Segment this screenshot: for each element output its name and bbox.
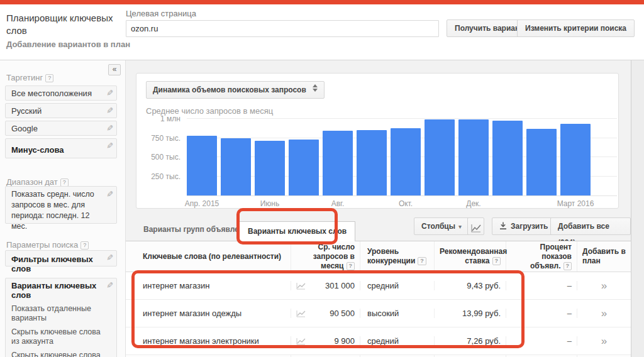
chart-type-dropdown[interactable]: Динамика объемов поисковых запросов <box>146 81 325 99</box>
link-hide-account-keywords[interactable]: Скрыть ключевые слова из аккаунта <box>11 327 103 346</box>
tab-keyword-ideas[interactable]: Варианты ключевых слов <box>239 221 355 241</box>
keyword-options-links: Показать отдаленные варианты Скрыть ключ… <box>11 304 103 357</box>
chart-bar[interactable] <box>289 140 319 195</box>
page-title: Планировщик ключевых слов <box>6 12 116 37</box>
chart-x-tick-label: Июнь <box>245 199 295 208</box>
updown-sort-icon <box>313 84 318 92</box>
col-header-searches[interactable]: Ср. число запросов в месяц? <box>291 241 360 272</box>
help-icon[interactable]: ? <box>564 262 572 270</box>
chart-y-axis: 250 тыс.500 тыс.750 тыс.1 млн <box>136 115 183 195</box>
keyword-cell: интернет магазин электроники <box>126 336 291 346</box>
sidebar-item-keyword-filters[interactable]: Фильтры ключевых слов ✎ <box>5 250 117 266</box>
edit-pencil-icon[interactable]: ✎ <box>105 282 114 288</box>
chart-bar[interactable] <box>526 129 557 195</box>
targeting-section-label: Таргетинг? <box>6 73 53 82</box>
edit-pencil-icon[interactable]: ✎ <box>105 254 114 261</box>
link-show-broad-ideas[interactable]: Показать отдаленные варианты <box>11 304 103 323</box>
keyword-table: Ключевые слова (по релевантности) Ср. чи… <box>126 241 631 357</box>
table-header-row: Ключевые слова (по релевантности) Ср. чи… <box>126 241 631 272</box>
chart-bar[interactable] <box>221 138 251 195</box>
add-to-plan-button[interactable]: » <box>601 336 607 346</box>
edit-pencil-icon[interactable]: ✎ <box>105 142 114 149</box>
edit-pencil-icon[interactable]: ✎ <box>105 89 114 96</box>
sidebar-item-date-range[interactable]: Показать средн. число запросов в мес. дл… <box>5 186 117 224</box>
chart-bar[interactable] <box>357 130 387 195</box>
chart-bar[interactable] <box>187 136 217 195</box>
avg-searches-value: 90 500 <box>330 309 355 318</box>
add-to-plan-button[interactable]: » <box>601 280 607 291</box>
avg-searches-value: 9 900 <box>334 336 355 346</box>
chart-x-tick-label: Дек. <box>448 199 499 208</box>
columns-button[interactable]: Столбцы▾ <box>414 217 469 235</box>
edit-pencil-icon[interactable]: ✎ <box>104 190 115 197</box>
table-row: интернет магазин одежды 90 500 высокий 1… <box>126 300 631 327</box>
trend-chart-icon[interactable] <box>296 282 306 290</box>
suggested-bid-value: 9,43 руб. <box>435 281 506 290</box>
target-page-label: Целевая страница <box>126 9 196 18</box>
chart-panel: Динамика объемов поисковых запросов Сред… <box>136 73 619 209</box>
help-icon[interactable]: ? <box>45 74 53 82</box>
search-params-section-label: Параметры поиска? <box>6 240 89 250</box>
help-icon[interactable]: ? <box>418 257 426 265</box>
target-page-input[interactable] <box>126 20 439 37</box>
chart-bar[interactable] <box>492 121 523 196</box>
edit-pencil-icon[interactable]: ✎ <box>105 124 114 131</box>
col-header-keywords[interactable]: Ключевые слова (по релевантности) <box>126 241 291 272</box>
chart-bar[interactable] <box>323 131 353 195</box>
sidebar: « Таргетинг? Все местоположения ✎ Русски… <box>0 60 126 357</box>
sidebar-item-language[interactable]: Русский ✎ <box>5 103 117 118</box>
line-chart-icon <box>471 224 481 233</box>
right-gutter <box>631 60 644 357</box>
chart-gridline <box>187 118 617 119</box>
keyword-planner-app: Планировщик ключевых слов Добавление вар… <box>0 0 644 357</box>
add-to-plan-button[interactable]: » <box>601 308 607 319</box>
chart-plot <box>187 115 617 196</box>
avg-searches-value: 301 000 <box>325 281 355 290</box>
table-row: интернет магазин электроники 9 900 средн… <box>126 327 631 355</box>
chart-bar[interactable] <box>458 119 489 195</box>
chevron-down-icon: ▾ <box>458 223 462 230</box>
competition-value: средний <box>360 336 435 346</box>
impr-share-value: – <box>506 281 577 290</box>
change-criteria-button[interactable]: Изменить критерии поиска <box>517 19 635 37</box>
keyword-cell: интернет магазин одежды <box>126 309 291 318</box>
sidebar-item-negative-keywords[interactable]: Минус-слова ✎ <box>5 138 117 158</box>
sidebar-item-network[interactable]: Google ✎ <box>5 121 117 136</box>
chart-y-tick-label: 750 тыс. <box>151 134 180 143</box>
suggested-bid-value: 7,26 руб. <box>435 336 506 346</box>
col-header-bid[interactable]: Рекомендованная ставка? <box>435 241 506 272</box>
table-row: интернет магазин 301 000 средний 9,43 ру… <box>126 272 631 300</box>
chart-y-tick-label: 250 тыс. <box>151 172 180 181</box>
chart-view-button[interactable] <box>467 217 484 235</box>
sidebar-item-locations[interactable]: Все местоположения ✎ <box>5 85 117 101</box>
trend-chart-icon[interactable] <box>296 338 306 345</box>
help-icon[interactable]: ? <box>80 241 89 250</box>
chart-x-tick-label: Апр. 2015 <box>177 199 227 208</box>
collapse-sidebar-button[interactable]: « <box>108 64 121 75</box>
edit-pencil-icon[interactable]: ✎ <box>105 107 114 114</box>
chart-y-tick-label: 1 млн <box>160 114 180 123</box>
help-icon[interactable]: ? <box>492 257 501 265</box>
col-header-impr-share[interactable]: Процент показов объявл.? <box>506 241 577 272</box>
trend-chart-icon[interactable] <box>296 310 306 317</box>
add-all-button[interactable]: Добавить все (934) <box>550 217 631 235</box>
chart-bar[interactable] <box>425 119 455 195</box>
col-header-competition[interactable]: Уровень конкуренции? <box>360 241 435 272</box>
competition-value: высокий <box>360 309 435 318</box>
chart-bar[interactable] <box>391 128 421 195</box>
keyword-cell: интернет магазин <box>126 281 291 290</box>
download-icon <box>499 222 507 230</box>
chart-bar[interactable] <box>255 141 285 195</box>
chart-bar[interactable] <box>560 124 591 195</box>
impr-share-value: – <box>506 336 577 346</box>
page-subtitle: Добавление вариантов в план <box>6 40 130 49</box>
chart-x-tick-label: Авг. <box>313 199 363 208</box>
link-hide-plan-keywords[interactable]: Скрыть ключевые слова из плана <box>11 351 103 357</box>
top-accent-bar <box>0 0 644 4</box>
chart-x-tick-label: Окт. <box>380 199 431 208</box>
help-icon[interactable]: ? <box>347 262 355 270</box>
download-button[interactable]: Загрузить <box>492 217 555 235</box>
sidebar-item-keyword-options[interactable]: Варианты ключевых слов ✎ Показать отдале… <box>5 278 117 357</box>
chart-y-tick-label: 500 тыс. <box>151 153 180 162</box>
chart-x-tick-label: Март 2016 <box>550 199 601 208</box>
